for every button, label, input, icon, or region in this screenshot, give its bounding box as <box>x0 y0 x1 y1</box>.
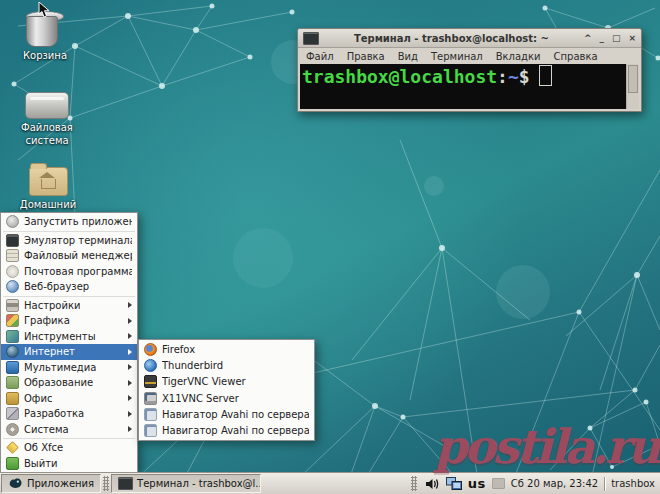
graphics-icon <box>6 314 19 327</box>
prompt-dollar: $ <box>519 66 530 87</box>
panel-handle[interactable] <box>411 476 417 491</box>
clock[interactable]: Сб 20 мар, 23:42 <box>511 478 598 489</box>
terminal-titlebar[interactable]: Терминал - trashbox@localhost: ~ ^ _ □ × <box>298 29 641 48</box>
menu-item-terminal-emulator[interactable]: Эмулятор терминала <box>1 233 137 249</box>
close-button[interactable]: × <box>628 34 636 43</box>
mail-icon <box>6 265 19 278</box>
terminal-icon <box>6 234 19 247</box>
menu-item-web-browser[interactable]: Веб-браузер <box>1 279 137 295</box>
menu-item-office[interactable]: Офис <box>1 391 137 407</box>
xfce-mouse-icon <box>8 477 23 490</box>
filesystem-drive-icon <box>25 92 69 119</box>
shade-button[interactable]: ^ <box>584 34 592 43</box>
submenu-arrow-icon <box>128 426 132 432</box>
menu-separator <box>3 438 135 439</box>
thunderbird-icon <box>144 359 157 372</box>
terminal-cursor <box>539 65 552 86</box>
submenu-arrow-icon <box>128 364 132 370</box>
development-icon <box>6 407 19 420</box>
menu-help[interactable]: Справка <box>554 51 598 62</box>
education-icon <box>6 376 19 389</box>
office-icon <box>6 392 19 405</box>
settings-icon <box>6 299 19 312</box>
menu-item-education[interactable]: Образование <box>1 375 137 391</box>
internet-icon <box>6 345 19 358</box>
terminal-window-icon <box>303 32 319 45</box>
menu-terminal[interactable]: Терминал <box>431 51 483 62</box>
desktop-icon-home[interactable]: Домашний <box>6 167 90 212</box>
submenu-item-firefox[interactable]: Firefox <box>139 341 314 357</box>
internet-submenu: Firefox Thunderbird TigerVNC Viewer X11V… <box>138 339 315 441</box>
watermark: postila.ru <box>434 423 658 470</box>
about-xfce-icon <box>6 441 19 454</box>
maximize-button[interactable]: □ <box>612 34 621 43</box>
desktop-icon-label: Файловая система <box>16 122 78 147</box>
menu-item-logout[interactable]: Выйти <box>1 456 137 472</box>
taskbar-task-terminal[interactable]: Терминал - trashbox@l... <box>111 474 261 493</box>
menu-separator <box>3 231 135 232</box>
terminal-scrollbar[interactable] <box>626 64 639 109</box>
applications-menu: Запустить приложение... Эмулятор термина… <box>0 212 138 473</box>
minimize-button[interactable]: _ <box>599 34 604 43</box>
file-manager-icon <box>6 249 19 262</box>
mouse-cursor <box>38 2 51 18</box>
multimedia-icon <box>6 361 19 374</box>
avahi-ssh-icon <box>144 408 157 421</box>
system-icon <box>6 423 19 436</box>
volume-icon[interactable] <box>425 477 440 491</box>
terminal-menubar: Файл Правка Вид Терминал Вкладки Справка <box>298 48 641 64</box>
menu-item-system[interactable]: Система <box>1 422 137 438</box>
menu-item-about-xfce[interactable]: Об Xfce <box>1 440 137 456</box>
keyboard-layout-indicator[interactable]: us <box>468 476 486 491</box>
tigervnc-icon <box>144 375 157 388</box>
submenu-arrow-icon <box>128 318 132 324</box>
terminal-window[interactable]: Терминал - trashbox@localhost: ~ ^ _ □ ×… <box>297 28 642 112</box>
submenu-item-x11vnc[interactable]: X11VNC Server <box>139 390 314 406</box>
user-indicator: trashbox <box>611 478 655 489</box>
menu-item-tools[interactable]: Инструменты <box>1 329 137 345</box>
menu-edit[interactable]: Правка <box>347 51 385 62</box>
taskbar: Приложения Терминал - trashbox@l... us С… <box>0 472 660 494</box>
network-icon[interactable] <box>446 477 462 491</box>
submenu-item-tigervnc[interactable]: TigerVNC Viewer <box>139 374 314 390</box>
menu-item-file-manager[interactable]: Файловый менеджер <box>1 248 137 264</box>
menu-item-mail[interactable]: Почтовая программа <box>1 264 137 280</box>
menu-item-development[interactable]: Разработка <box>1 406 137 422</box>
submenu-arrow-icon <box>128 302 132 308</box>
panel-handle[interactable] <box>103 476 109 491</box>
menu-view[interactable]: Вид <box>398 51 418 62</box>
menu-item-settings[interactable]: Настройки <box>1 298 137 314</box>
prompt-user-host: trashbox@localhost <box>302 66 497 87</box>
submenu-item-thunderbird[interactable]: Thunderbird <box>139 357 314 373</box>
menu-file[interactable]: Файл <box>306 51 334 62</box>
desktop-icon-filesystem[interactable]: Файловая система <box>5 92 89 147</box>
menu-item-multimedia[interactable]: Мультимедиа <box>1 360 137 376</box>
desktop-icon-label: Корзина <box>23 50 67 63</box>
submenu-arrow-icon <box>128 333 132 339</box>
submenu-item-avahi-vnc[interactable]: Навигатор Avahi по серверам VNC <box>139 422 314 438</box>
menu-item-graphics[interactable]: Графика <box>1 313 137 329</box>
tray-separator <box>604 477 605 491</box>
run-dialog-icon <box>6 215 19 228</box>
logout-icon <box>6 457 19 470</box>
terminal-screen[interactable]: trashbox@localhost:~$ <box>300 64 626 109</box>
menu-separator <box>3 296 135 297</box>
tray-misc-icon[interactable] <box>492 478 505 489</box>
submenu-item-avahi-ssh[interactable]: Навигатор Avahi по серверам SSH <box>139 406 314 422</box>
desktop-icon-label: Домашний <box>20 199 76 212</box>
prompt-path: ~ <box>508 66 519 87</box>
desktop-icon-trash[interactable]: Корзина <box>3 11 87 63</box>
terminal-window-title: Терминал - trashbox@localhost: ~ <box>323 33 580 44</box>
menu-tabs[interactable]: Вкладки <box>496 51 541 62</box>
system-tray: us Сб 20 мар, 23:42 trashbox <box>409 476 660 491</box>
tools-icon <box>6 330 19 343</box>
x11vnc-icon <box>144 392 157 405</box>
applications-menu-button[interactable]: Приложения <box>1 474 101 493</box>
web-browser-icon <box>6 280 19 293</box>
firefox-icon <box>144 343 157 356</box>
avahi-vnc-icon <box>144 424 157 437</box>
terminal-icon <box>118 477 133 490</box>
menu-item-internet[interactable]: Интернет <box>1 344 137 360</box>
menu-item-run-application[interactable]: Запустить приложение... <box>1 214 137 230</box>
scrollbar-thumb[interactable] <box>628 65 638 93</box>
